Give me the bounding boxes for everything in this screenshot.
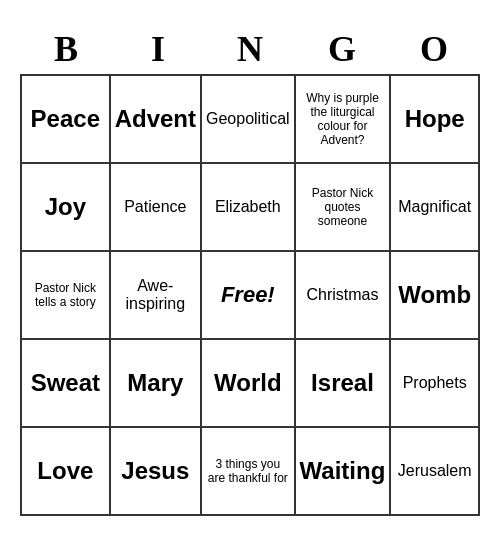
title-n: N (206, 28, 294, 70)
cell-1-2: Elizabeth (202, 164, 296, 252)
cell-0-2: Geopolitical (202, 76, 296, 164)
cell-2-1: Awe-inspiring (111, 252, 202, 340)
cell-2-2-free: Free! (202, 252, 296, 340)
title-g: G (298, 28, 386, 70)
cell-1-0: Joy (22, 164, 111, 252)
bingo-card: B I N G O Peace Advent Geopolitical Why … (10, 18, 490, 526)
cell-0-4: Hope (391, 76, 480, 164)
cell-2-3: Christmas (296, 252, 392, 340)
cell-4-2: 3 things you are thankful for (202, 428, 296, 516)
cell-3-2: World (202, 340, 296, 428)
cell-2-0: Pastor Nick tells a story (22, 252, 111, 340)
cell-3-1: Mary (111, 340, 202, 428)
bingo-title: B I N G O (20, 28, 480, 70)
cell-3-4: Prophets (391, 340, 480, 428)
cell-2-4: Womb (391, 252, 480, 340)
cell-1-3: Pastor Nick quotes someone (296, 164, 392, 252)
cell-3-3: Isreal (296, 340, 392, 428)
cell-1-1: Patience (111, 164, 202, 252)
cell-0-1: Advent (111, 76, 202, 164)
title-o: O (390, 28, 478, 70)
title-b: B (22, 28, 110, 70)
cell-0-3: Why is purple the liturgical colour for … (296, 76, 392, 164)
cell-3-0: Sweat (22, 340, 111, 428)
cell-4-4: Jerusalem (391, 428, 480, 516)
bingo-grid: Peace Advent Geopolitical Why is purple … (20, 74, 480, 516)
cell-0-0: Peace (22, 76, 111, 164)
cell-4-3: Waiting (296, 428, 392, 516)
cell-4-0: Love (22, 428, 111, 516)
cell-4-1: Jesus (111, 428, 202, 516)
cell-1-4: Magnificat (391, 164, 480, 252)
title-i: I (114, 28, 202, 70)
